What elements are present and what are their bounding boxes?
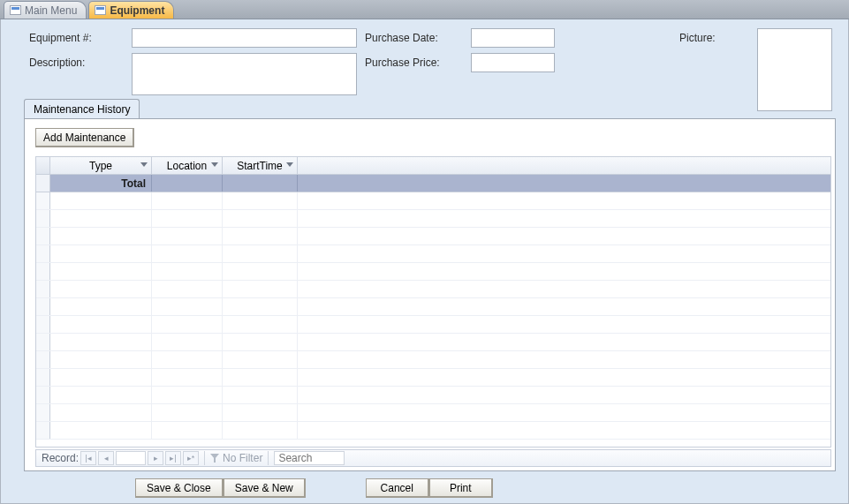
new-record-button[interactable]: ▸* xyxy=(183,451,199,465)
column-header-location[interactable]: Location xyxy=(152,157,223,174)
purchase-date-label: Purchase Date: xyxy=(365,32,438,44)
grid-total-row: Total xyxy=(36,175,830,192)
form-icon xyxy=(10,5,21,15)
description-label: Description: xyxy=(29,56,85,69)
total-label-cell: Total xyxy=(50,175,152,192)
dropdown-icon xyxy=(211,162,218,167)
column-header-blank xyxy=(298,157,830,174)
equipment-form: Equipment #: Description: Purchase Date:… xyxy=(0,19,849,504)
column-header-starttime[interactable]: StartTime xyxy=(223,157,298,174)
tab-maintenance-history[interactable]: Maintenance History xyxy=(24,99,140,119)
dropdown-icon xyxy=(286,162,293,167)
save-close-button[interactable]: Save & Close xyxy=(135,478,224,498)
form-footer-buttons: Save & Close Save & New Cancel Print xyxy=(135,478,493,498)
record-label: Record: xyxy=(42,452,79,464)
record-navigator: Record: |◂ ◂ ▸ ▸| ▸* No Filter xyxy=(35,449,831,467)
current-record-input[interactable] xyxy=(116,451,146,465)
equipment-number-label: Equipment #: xyxy=(29,32,92,44)
filter-label: No Filter xyxy=(223,452,262,464)
separator xyxy=(204,451,205,465)
grid-body[interactable] xyxy=(36,192,830,447)
maintenance-grid: Type Location StartTime Total xyxy=(35,156,831,448)
description-input[interactable] xyxy=(132,53,357,95)
save-new-button[interactable]: Save & New xyxy=(224,478,306,498)
first-record-button[interactable]: |◂ xyxy=(80,451,96,465)
total-label: Total xyxy=(121,177,146,190)
document-tabs: Main Menu Equipment xyxy=(0,0,849,19)
tab-main-menu-label: Main Menu xyxy=(25,4,77,17)
purchase-date-input[interactable] xyxy=(471,28,555,48)
form-icon xyxy=(95,5,106,15)
equipment-number-input[interactable] xyxy=(132,28,357,48)
picture-label: Picture: xyxy=(679,32,716,44)
maintenance-subform: Add Maintenance Type Location StartTime xyxy=(24,118,836,471)
picture-box[interactable] xyxy=(757,28,832,111)
next-record-button[interactable]: ▸ xyxy=(148,451,163,465)
column-header-type[interactable]: Type xyxy=(50,157,152,174)
tab-equipment-label: Equipment xyxy=(110,4,164,17)
grid-header: Type Location StartTime xyxy=(36,157,830,175)
search-input[interactable] xyxy=(274,451,345,465)
dropdown-icon xyxy=(140,162,148,167)
add-maintenance-button[interactable]: Add Maintenance xyxy=(35,128,134,147)
separator xyxy=(268,451,269,465)
last-record-button[interactable]: ▸| xyxy=(165,451,181,465)
funnel-icon xyxy=(210,454,219,463)
column-header-type-label: Type xyxy=(89,160,112,172)
purchase-price-label: Purchase Price: xyxy=(365,56,440,69)
row-selector-header[interactable] xyxy=(36,157,50,174)
column-header-starttime-label: StartTime xyxy=(237,160,283,172)
prev-record-button[interactable]: ◂ xyxy=(98,451,114,465)
tab-main-menu[interactable]: Main Menu xyxy=(4,1,87,19)
row-selector[interactable] xyxy=(36,175,50,192)
purchase-price-input[interactable] xyxy=(471,53,555,72)
tab-maintenance-history-label: Maintenance History xyxy=(34,103,130,116)
total-starttime-cell xyxy=(223,175,298,192)
print-button[interactable]: Print xyxy=(429,478,493,498)
column-header-location-label: Location xyxy=(167,160,207,172)
filter-indicator[interactable]: No Filter xyxy=(210,452,262,464)
add-maintenance-label: Add Maintenance xyxy=(43,132,125,144)
cancel-button[interactable]: Cancel xyxy=(366,478,429,498)
total-location-cell xyxy=(152,175,223,192)
tab-equipment[interactable]: Equipment xyxy=(88,1,174,19)
